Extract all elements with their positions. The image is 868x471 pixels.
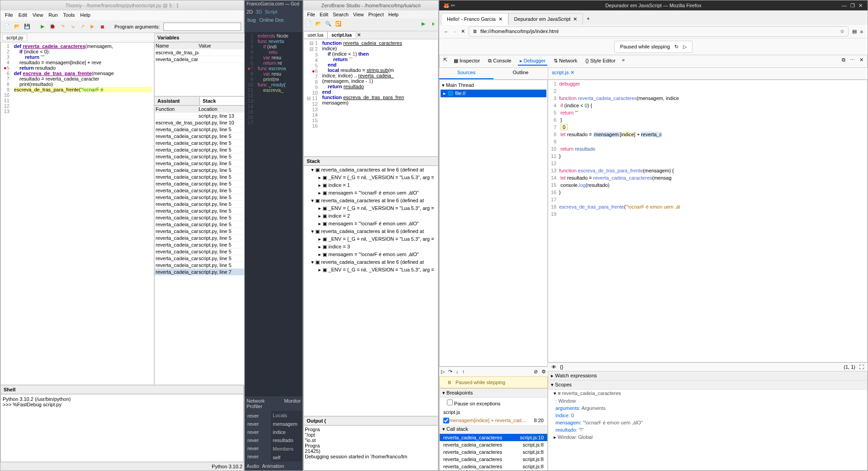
pick-element-icon[interactable]: ⇱	[443, 57, 447, 66]
play-icon[interactable]: ▷	[683, 44, 687, 50]
callstack-row[interactable]: reverta_cadeia_caracteresscript.js:8	[440, 448, 547, 456]
scope-var[interactable]: indice: 0	[548, 412, 867, 419]
tab-userlua[interactable]: user.lua	[304, 31, 327, 39]
scopes-header[interactable]: Scopes	[555, 382, 572, 387]
ff-editor[interactable]: 1debugger23function reverta_cadeia_carac…	[548, 80, 868, 362]
stack-var[interactable]: ▸ ▣ indice = 3	[304, 243, 438, 251]
watch-eye-icon[interactable]: 👁	[551, 364, 556, 370]
stack-row[interactable]: reverta_cadeia_carscript.py, line 5	[155, 214, 244, 221]
outline-tab[interactable]: Outline	[493, 68, 548, 79]
tab-debugger[interactable]: Depurador em JavaScript✕	[508, 13, 583, 25]
step-into-icon[interactable]: ↘	[68, 23, 76, 31]
scope-var[interactable]: arguments: Arguments	[548, 404, 867, 412]
more-tools-icon[interactable]: »	[622, 57, 625, 66]
stack-row[interactable]: reverta_cadeia_carscript.py, line 5	[155, 174, 244, 181]
stack-frame[interactable]: ▾ ▣ reverta_cadeia_caracteres at line 6 …	[304, 166, 438, 174]
stack-var[interactable]: ▸ ▣ mensagem = "!ocnarF é emon uem ,álO"	[304, 189, 438, 197]
continue-icon[interactable]: ⏵	[429, 19, 437, 28]
callstack-row[interactable]: reverta_cadeia_caracteresscript.js:8	[440, 463, 547, 470]
stack-row[interactable]: reverta_cadeia_carscript.py, line 5	[155, 194, 244, 201]
scope-var[interactable]: resultado: "!"	[548, 426, 867, 433]
network-tab[interactable]: ⇅Network	[552, 57, 579, 66]
variable-row[interactable]: reverta_cadeia_car	[155, 56, 244, 63]
back-icon[interactable]: ←	[444, 29, 449, 34]
inspector-tab[interactable]: ▦Inspector	[452, 57, 482, 66]
breakpoints-header[interactable]: Breakpoints	[446, 390, 473, 395]
stack-row[interactable]: escreva_de_tras_pascript.py, line 10	[155, 119, 244, 126]
stack-row[interactable]: reverta_cadeia_carscript.py, line 5	[155, 160, 244, 167]
step-over-icon[interactable]: ↷	[448, 369, 452, 375]
maximize-icon[interactable]: ❐	[850, 3, 855, 9]
settings-icon[interactable]: ⋯	[850, 57, 855, 66]
debug-icon[interactable]: 🐞	[48, 23, 57, 31]
menu-tools[interactable]: Tools	[63, 12, 75, 19]
braces-icon[interactable]: {}	[560, 364, 563, 370]
debug-button[interactable]: bug	[247, 17, 256, 23]
reader-icon[interactable]: ▤	[852, 29, 857, 34]
local-var[interactable]: indice	[271, 428, 303, 436]
console-tab[interactable]: ⧉Console	[486, 57, 513, 66]
menu-edit[interactable]: Edit	[19, 12, 27, 19]
callstack-row[interactable]: reverta_cadeia_caracteresscript.js:8	[440, 456, 547, 463]
stack-row[interactable]: reverta_cadeia_carscript.py, line 5	[155, 133, 244, 140]
stack-row[interactable]: reverta_cadeia_carscript.py, line 5	[155, 221, 244, 228]
tab-scriptlua[interactable]: script.lua	[327, 31, 356, 39]
stack-var[interactable]: ▸ ▣ mensagem = "!ocnarF é emon uem ,álO"	[304, 220, 438, 228]
close-devtools-icon[interactable]: ✕	[859, 57, 863, 66]
stack-var[interactable]: ▸ ▣ _ENV = {_G = nil, _VERSION = "Lua 5.…	[304, 266, 438, 274]
zb-editor[interactable]: ⊟ 1⊟ 2345●678910⊟ 111213141516 function …	[304, 39, 438, 157]
stack-row[interactable]: reverta_cadeia_carscript.py, line 5	[155, 181, 244, 187]
open-icon[interactable]: 📂	[314, 19, 323, 28]
callstack-header[interactable]: Call stack	[446, 426, 468, 432]
stack-row[interactable]: script.py, line 13	[155, 113, 244, 119]
save-icon[interactable]: 💾	[23, 23, 31, 31]
dock-icon[interactable]: ⧉	[842, 57, 845, 66]
local-var[interactable]: resultado	[271, 436, 303, 444]
breakpoint-checkbox[interactable]	[443, 418, 449, 423]
audio-tab[interactable]: Audio	[247, 463, 259, 469]
editor-tab[interactable]: script.py	[2, 34, 27, 41]
stack-var[interactable]: ▸ ▣ _ENV = {_G = nil, _VERSION = "Lua 5.…	[304, 174, 438, 181]
stack-row[interactable]: reverta_cadeia_carscript.py, line 5	[155, 201, 244, 208]
args-input[interactable]	[163, 23, 241, 31]
step-out-icon[interactable]: ↑	[462, 369, 465, 375]
stack-row[interactable]: reverta_cadeia_carscript.py, line 5	[155, 208, 244, 214]
callstack-row[interactable]: reverta_cadeia_caracteresscript.js:8	[440, 441, 547, 448]
stack-item[interactable]: rever	[246, 444, 270, 452]
menu-view[interactable]: View	[353, 12, 364, 17]
resume-icon[interactable]: ▷	[441, 369, 445, 375]
monitor-tab[interactable]: Monitor	[284, 398, 301, 409]
stack-row[interactable]: reverta_cadeia_carscript.py, line 5	[155, 228, 244, 235]
settings-gear-icon[interactable]: ⚙	[541, 369, 546, 375]
step-over-icon[interactable]: ↷	[58, 23, 66, 31]
stack-row[interactable]: reverta_cadeia_carscript.py, line 5	[155, 167, 244, 174]
editor-file-tab[interactable]: script.js	[552, 70, 569, 77]
forward-icon[interactable]: →	[452, 29, 457, 34]
step-in-icon[interactable]: ↓	[456, 369, 459, 375]
stack-tab[interactable]: Stack	[199, 96, 245, 105]
godot-editor[interactable]: 123456●7891011121314151617 extends Nodef…	[245, 32, 303, 396]
local-var[interactable]: mensagem	[271, 420, 303, 428]
menu-search[interactable]: Search	[333, 12, 349, 17]
stack-var[interactable]: ▸ ▣ mensagem = "!ocnarF é emon uem ,álO"	[304, 251, 438, 258]
menu-project[interactable]: Project	[368, 12, 384, 17]
new-tab-icon[interactable]: +	[583, 12, 593, 25]
stop-icon[interactable]: ⏹	[98, 23, 106, 31]
online-docs[interactable]: Online Doc	[259, 17, 284, 23]
run-icon[interactable]: ▶	[38, 23, 47, 31]
stack-row[interactable]: reverta_cadeia_carscript.py, line 5	[155, 140, 244, 147]
menu-view[interactable]: View	[33, 12, 43, 19]
thonny-editor[interactable]: 1234●5678910111213 def reverta_cadeia_ca…	[0, 42, 154, 385]
stack-row[interactable]: reverta_cadeia_carscript.py, line 5	[155, 242, 244, 248]
scope-var[interactable]: : Window	[548, 397, 867, 404]
stack-frame[interactable]: ▾ ▣ reverta_cadeia_caracteres at line 6 …	[304, 197, 438, 205]
stack-item[interactable]: rever	[246, 436, 270, 444]
step-icon[interactable]: ↻	[674, 44, 678, 50]
sources-tree[interactable]: ▾ Main Thread ▸ 🌐 file://	[439, 80, 548, 366]
menu-file[interactable]: File	[5, 12, 13, 19]
stack-row[interactable]: reverta_cadeia_carscript.py, line 7	[155, 269, 244, 276]
stack-var[interactable]: ▸ ▣ _ENV = {_G = nil, _VERSION = "Lua 5.…	[304, 235, 438, 243]
tab-hello[interactable]: Hello! - Franco Garcia✕	[441, 13, 508, 25]
stack-row[interactable]: reverta_cadeia_carscript.py, line 5	[155, 187, 244, 194]
reload-icon[interactable]: ✕	[461, 29, 465, 34]
